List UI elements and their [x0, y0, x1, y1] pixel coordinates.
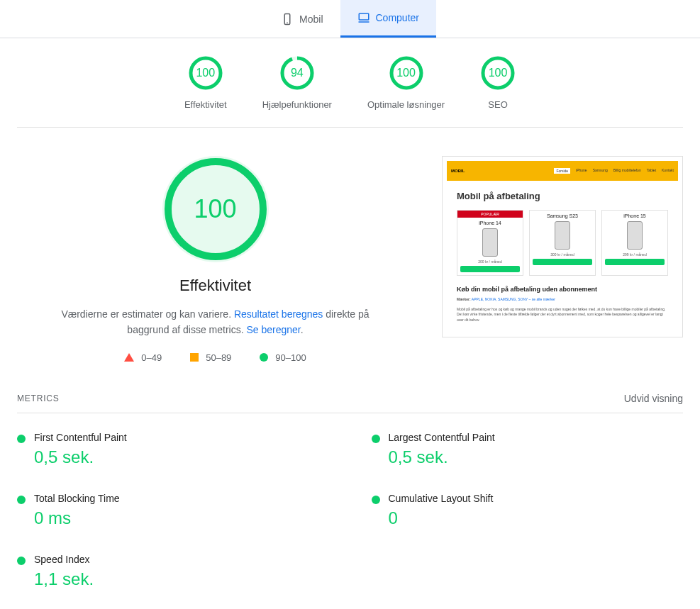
calc-link[interactable]: Resultatet beregnes	[234, 308, 323, 320]
square-icon	[190, 353, 199, 362]
gauge-accessibility: 94	[279, 55, 315, 91]
score-legend: 0–49 50–89 90–100	[17, 352, 413, 363]
legend-fail: 0–49	[124, 352, 162, 363]
computer-icon	[357, 11, 370, 24]
status-dot-icon	[372, 496, 380, 504]
thumb-card: iPhone 15 299 kr / måned	[601, 210, 668, 276]
metrics-grid: First Contentful Paint 0,5 sek. Largest …	[17, 419, 683, 602]
gauge-performance: 100	[188, 55, 223, 91]
svg-rect-2	[359, 13, 369, 20]
expand-view-button[interactable]: Udvid visning	[624, 393, 683, 404]
performance-description: Værdierne er estimater og kan variere. R…	[45, 306, 386, 338]
gauge-best-practices: 100	[389, 55, 424, 91]
status-dot-icon	[17, 435, 26, 443]
score-label: Optimale løsninger	[367, 99, 445, 110]
legend-pass: 90–100	[260, 352, 306, 363]
tab-mobile[interactable]: Mobil	[264, 0, 340, 38]
status-dot-icon	[372, 435, 380, 443]
metric-lcp: Largest Contentful Paint 0,5 sek.	[372, 419, 684, 480]
device-tabs: Mobil Computer	[0, 0, 700, 38]
score-label: SEO	[480, 99, 516, 110]
legend-average: 50–89	[190, 352, 231, 363]
category-scores: 100 Effektivitet 94 Hjælpefunktioner 100…	[17, 38, 683, 128]
mobile-icon	[281, 13, 294, 26]
score-performance[interactable]: 100 Effektivitet	[184, 55, 227, 110]
score-label: Effektivitet	[184, 99, 227, 110]
score-accessibility[interactable]: 94 Hjælpefunktioner	[262, 55, 332, 110]
thumb-card: POPULÆR iPhone 14 200 kr / måned	[457, 210, 523, 276]
thumb-card: Samsung S23 300 kr / måned	[529, 210, 596, 276]
metric-si: Speed Index 1,1 sek.	[17, 541, 329, 602]
tab-mobile-label: Mobil	[299, 13, 323, 25]
tab-computer[interactable]: Computer	[340, 0, 436, 38]
status-dot-icon	[17, 557, 26, 565]
metric-tbt: Total Blocking Time 0 ms	[17, 480, 329, 541]
triangle-icon	[124, 353, 134, 362]
score-seo[interactable]: 100 SEO	[480, 55, 516, 110]
metric-cls: Cumulative Layout Shift 0	[372, 480, 684, 541]
thumb-title: Mobil på afbetaling	[457, 191, 668, 201]
gauge-seo: 100	[480, 55, 516, 91]
page-screenshot-thumbnail: MOBIL ForsideiPhoneSamsungBillig mobilte…	[442, 156, 683, 337]
score-best-practices[interactable]: 100 Optimale løsninger	[367, 55, 445, 110]
metric-fcp: First Contentful Paint 0,5 sek.	[17, 419, 329, 480]
thumb-header: MOBIL ForsideiPhoneSamsungBillig mobilte…	[447, 161, 678, 181]
score-label: Hjælpefunktioner	[262, 99, 332, 110]
metrics-heading: METRICS	[17, 393, 60, 403]
status-dot-icon	[17, 496, 26, 504]
circle-icon	[260, 353, 268, 362]
performance-title: Effektivitet	[17, 276, 413, 295]
performance-detail: 100 Effektivitet Værdierne er estimater …	[17, 156, 413, 363]
tab-computer-label: Computer	[376, 12, 419, 23]
gauge-large: 100	[162, 156, 269, 262]
calculator-link[interactable]: Se beregner	[246, 324, 300, 335]
